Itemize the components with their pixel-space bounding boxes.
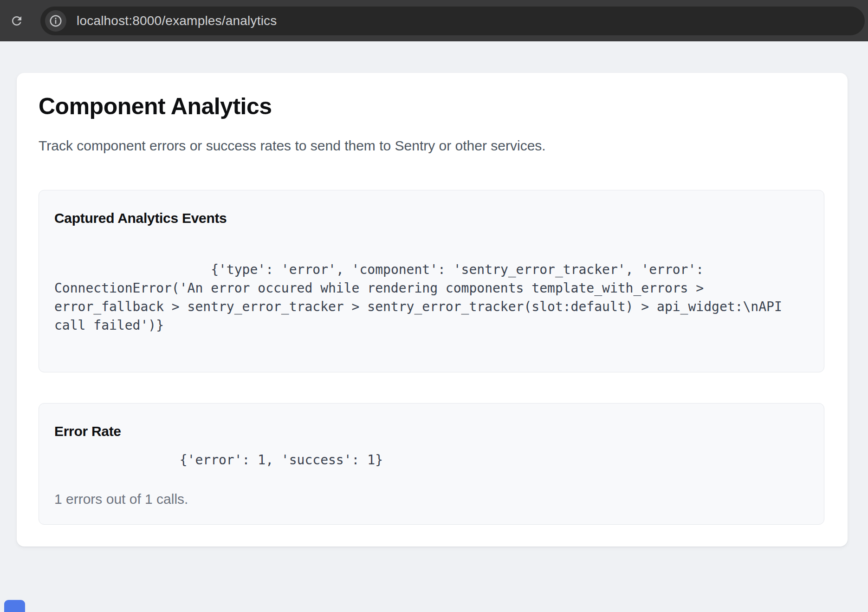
captured-events-heading: Captured Analytics Events [54, 209, 809, 227]
captured-events-panel: Captured Analytics Events {'type': 'erro… [39, 190, 824, 372]
error-rate-summary: 1 errors out of 1 calls. [54, 489, 809, 509]
info-icon [49, 14, 63, 28]
content-card: Component Analytics Track component erro… [17, 73, 848, 547]
page-title: Component Analytics [39, 94, 824, 119]
page-background: Component Analytics Track component erro… [0, 41, 868, 547]
error-rate-panel: Error Rate {'error': 1, 'success': 1} 1 … [39, 403, 824, 525]
error-rate-heading: Error Rate [54, 423, 809, 440]
site-info-button[interactable] [45, 10, 66, 32]
error-rate-log: {'error': 1, 'success': 1} [54, 451, 809, 469]
captured-events-log: {'type': 'error', 'component': 'sentry_e… [54, 242, 813, 335]
url-bar[interactable]: localhost:8000/examples/analytics [40, 7, 865, 35]
url-text[interactable]: localhost:8000/examples/analytics [77, 13, 277, 28]
page-subtitle: Track component errors or success rates … [39, 136, 824, 156]
bottom-left-blue-badge [4, 600, 25, 612]
reload-button[interactable] [9, 13, 24, 28]
browser-toolbar: localhost:8000/examples/analytics [0, 0, 868, 41]
reload-icon [10, 14, 24, 28]
